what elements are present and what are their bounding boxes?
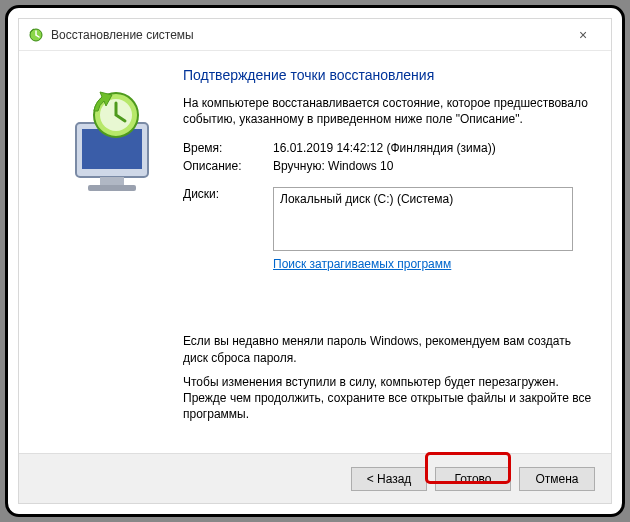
restore-point-info: Время: 16.01.2019 14:42:12 (Финляндия (з… <box>183 139 593 273</box>
cancel-button[interactable]: Отмена <box>519 467 595 491</box>
back-button[interactable]: < Назад <box>351 467 427 491</box>
svg-rect-3 <box>100 177 124 185</box>
intro-text: На компьютере восстанавливается состояни… <box>183 95 593 127</box>
system-restore-icon <box>27 26 45 44</box>
note-password-reset: Если вы недавно меняли пароль Windows, р… <box>183 333 593 365</box>
scan-affected-programs-link[interactable]: Поиск затрагиваемых программ <box>273 257 451 271</box>
system-restore-illustration-icon <box>48 89 168 202</box>
disks-label: Диски: <box>183 185 273 273</box>
close-button[interactable]: × <box>563 28 603 42</box>
note-restart-warning: Чтобы изменения вступили в силу, компьют… <box>183 374 593 423</box>
time-label: Время: <box>183 139 273 157</box>
page-heading: Подтверждение точки восстановления <box>183 67 593 83</box>
disks-list: Локальный диск (C:) (Система) <box>273 187 573 251</box>
window-title: Восстановление системы <box>51 28 563 42</box>
wizard-image-column <box>33 65 183 447</box>
time-value: 16.01.2019 14:42:12 (Финляндия (зима)) <box>273 139 593 157</box>
description-label: Описание: <box>183 157 273 175</box>
dialog-window: Восстановление системы × <box>18 18 612 504</box>
titlebar: Восстановление системы × <box>19 19 611 51</box>
button-bar: < Назад Готово Отмена <box>19 453 611 503</box>
footer-notes: Если вы недавно меняли пароль Windows, р… <box>183 333 593 422</box>
svg-rect-4 <box>88 185 136 191</box>
disk-item: Локальный диск (C:) (Система) <box>280 192 453 206</box>
description-value: Вручную: Windows 10 <box>273 157 593 175</box>
wizard-text-column: Подтверждение точки восстановления На ко… <box>183 65 593 447</box>
content-area: Подтверждение точки восстановления На ко… <box>19 51 611 453</box>
finish-button[interactable]: Готово <box>435 467 511 491</box>
